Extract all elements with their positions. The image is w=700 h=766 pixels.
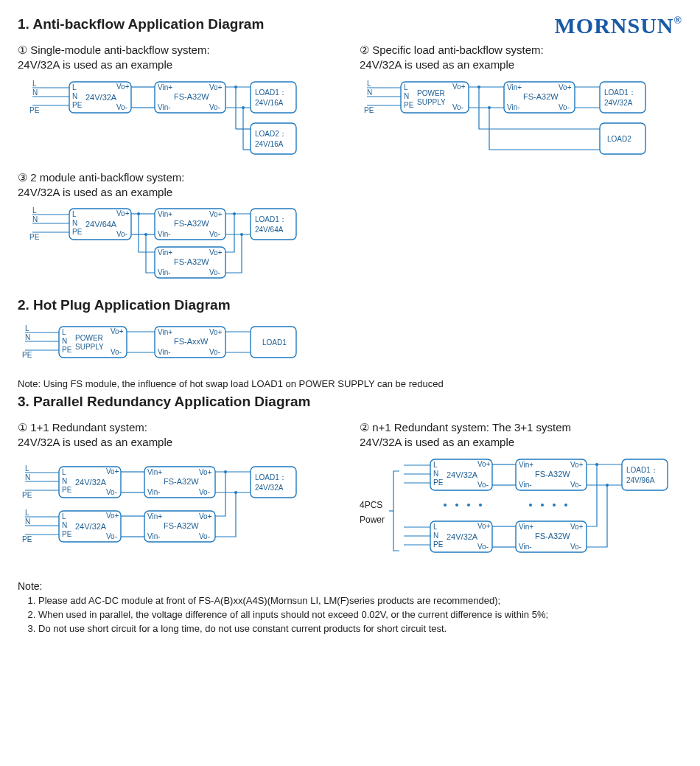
svg-text:Vin-: Vin-: [158, 103, 171, 111]
svg-point-30: [234, 86, 237, 88]
s3-d2-caption: ② n+1 Redundant system: The 3+1 system 2…: [360, 420, 684, 450]
svg-text:N: N: [62, 337, 67, 345]
svg-text:Vin-: Vin-: [519, 543, 532, 551]
diagram-s3-d2: 4PCS Power L N PE 24V/32A Vo+ Vo- Vin+ V…: [360, 456, 684, 567]
svg-text:L: L: [62, 328, 66, 336]
svg-text:Vo-: Vo-: [570, 543, 581, 551]
svg-text:L: L: [367, 80, 371, 88]
svg-text:N: N: [72, 219, 77, 227]
section-2-title: 2. Hot Plug Application Diagram: [18, 297, 682, 313]
svg-text:Vin+: Vin+: [507, 83, 522, 91]
svg-text:LOAD1：: LOAD1：: [604, 88, 636, 97]
svg-point-227: [606, 484, 609, 487]
s3-d1-caption: ① 1+1 Redundant system: 24V/32A is used …: [18, 420, 342, 450]
svg-text:PE: PE: [22, 351, 32, 359]
svg-text:L: L: [62, 468, 66, 476]
svg-text:Vin+: Vin+: [147, 468, 162, 476]
svg-text:N: N: [72, 92, 77, 100]
svg-text:Vin+: Vin+: [519, 523, 533, 531]
diagram-s1-d1: L N PE L N PE 24V/32A Vo+ Vo- Vin+ Vin- …: [18, 79, 312, 167]
svg-point-199: [455, 504, 458, 506]
svg-text:Vo+: Vo+: [106, 512, 119, 520]
svg-text:24V/64A: 24V/64A: [255, 226, 284, 234]
svg-text:Vo+: Vo+: [199, 468, 212, 476]
svg-text:Vo-: Vo-: [116, 103, 127, 111]
svg-text:FS-A32W: FS-A32W: [535, 470, 570, 478]
svg-text:Vo-: Vo-: [559, 103, 570, 111]
svg-text:4PCS: 4PCS: [360, 500, 382, 510]
svg-text:N: N: [433, 470, 438, 478]
svg-text:Vo+: Vo+: [199, 512, 212, 520]
svg-text:Vo-: Vo-: [570, 481, 581, 489]
svg-text:L: L: [433, 461, 438, 469]
svg-text:L: L: [404, 83, 408, 91]
svg-text:FS-A32W: FS-A32W: [535, 532, 570, 540]
svg-text:PE: PE: [29, 106, 40, 114]
svg-text:N: N: [32, 88, 38, 97]
svg-text:24V/32A: 24V/32A: [75, 522, 107, 531]
svg-text:24V/32A: 24V/32A: [75, 478, 107, 487]
svg-point-198: [444, 504, 447, 506]
svg-text:POWER: POWER: [75, 334, 103, 342]
section-3-title: 3. Parallel Redundancy Application Diagr…: [18, 394, 682, 410]
svg-text:PE: PE: [433, 478, 444, 487]
svg-text:Vo-: Vo-: [106, 488, 117, 496]
svg-point-173: [234, 491, 237, 494]
svg-text:POWER: POWER: [417, 89, 445, 97]
svg-text:Vo+: Vo+: [209, 83, 223, 91]
s2-note: Note: Using FS module, the influence of …: [18, 378, 682, 389]
svg-text:PE: PE: [433, 540, 444, 549]
svg-text:Vin-: Vin-: [158, 268, 171, 276]
svg-text:LOAD1：: LOAD1：: [255, 215, 287, 223]
svg-text:Vo+: Vo+: [111, 327, 124, 335]
svg-rect-32: [251, 123, 296, 154]
s3-notes: Note: Please add AC-DC module at front o…: [18, 580, 682, 634]
svg-text:24V/32A: 24V/32A: [447, 470, 478, 479]
svg-text:PE: PE: [29, 233, 40, 241]
svg-text:Vin-: Vin-: [507, 103, 520, 111]
svg-text:Vo-: Vo-: [477, 543, 489, 551]
svg-text:LOAD2：: LOAD2：: [255, 130, 287, 138]
svg-text:Vo-: Vo-: [111, 348, 122, 356]
svg-text:PE: PE: [72, 228, 83, 236]
svg-text:N: N: [62, 521, 67, 529]
svg-text:Vo-: Vo-: [106, 532, 117, 540]
svg-text:Vo-: Vo-: [116, 230, 127, 238]
svg-text:24V/16A: 24V/16A: [255, 99, 284, 107]
svg-text:Vo+: Vo+: [209, 248, 223, 257]
svg-point-98: [240, 233, 243, 236]
svg-point-202: [529, 504, 532, 506]
svg-text:PE: PE: [404, 101, 414, 109]
svg-text:Vo-: Vo-: [209, 348, 220, 356]
svg-text:24V/32A: 24V/32A: [85, 93, 117, 102]
svg-text:LOAD1：: LOAD1：: [255, 88, 287, 97]
s1-d3-caption: ③ 2 module anti-backflow system: 24V/32A…: [18, 170, 682, 201]
svg-text:PE: PE: [22, 535, 32, 543]
diagram-s2: L N PE L N PE POWER SUPPLY Vo+ Vo- Vin+ …: [18, 324, 312, 368]
section-1-title: 1. Anti-backflow Application Diagram: [18, 16, 264, 32]
svg-text:FS-A32W: FS-A32W: [164, 521, 199, 530]
svg-text:Power: Power: [360, 515, 385, 525]
svg-text:N: N: [62, 477, 67, 485]
svg-text:N: N: [367, 88, 372, 97]
svg-text:L: L: [32, 206, 37, 215]
diagram-s3-d1: L N PE L N PE 24V/32A Vo+ Vo- Vin+ Vin- …: [18, 456, 327, 552]
svg-text:PE: PE: [62, 530, 72, 538]
svg-point-204: [553, 504, 556, 506]
svg-text:L: L: [72, 83, 77, 91]
svg-text:Vin-: Vin-: [147, 488, 161, 496]
svg-text:Vo+: Vo+: [559, 83, 572, 91]
svg-point-200: [467, 504, 470, 506]
svg-text:Vin+: Vin+: [158, 328, 172, 336]
svg-point-201: [479, 504, 482, 506]
svg-text:Vo+: Vo+: [209, 328, 223, 336]
svg-text:Vo+: Vo+: [570, 523, 584, 531]
brand-logo: MORNSUN®: [555, 13, 682, 38]
svg-text:24V/32A: 24V/32A: [604, 99, 633, 107]
svg-text:PE: PE: [62, 486, 72, 494]
svg-text:LOAD2: LOAD2: [607, 135, 631, 143]
svg-text:Vo+: Vo+: [570, 461, 584, 469]
svg-text:L: L: [32, 80, 37, 88]
svg-text:L: L: [25, 324, 29, 332]
svg-text:N: N: [25, 473, 30, 481]
